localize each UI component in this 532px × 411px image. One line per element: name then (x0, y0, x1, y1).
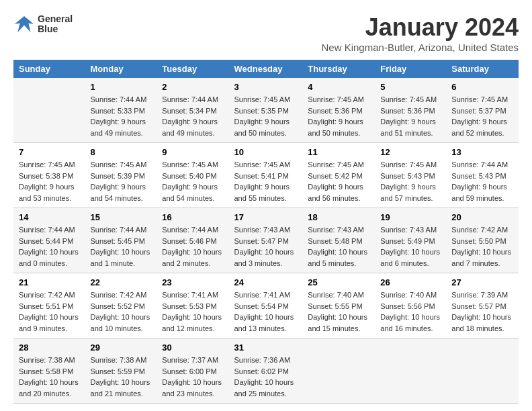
calendar-subtitle: New Kingman-Butler, Arizona, United Stat… (322, 42, 519, 53)
logo-text: General Blue (38, 14, 73, 35)
day-cell: 27Sunrise: 7:39 AM Sunset: 5:57 PM Dayli… (446, 273, 519, 338)
calendar-table: SundayMondayTuesdayWednesdayThursdayFrid… (13, 60, 519, 404)
day-number: 19 (380, 212, 441, 222)
day-info: Sunrise: 7:45 AM Sunset: 5:40 PM Dayligh… (162, 159, 223, 203)
day-number: 14 (19, 212, 80, 222)
day-cell: 11Sunrise: 7:45 AM Sunset: 5:42 PM Dayli… (302, 143, 375, 208)
day-cell (375, 338, 446, 404)
day-cell: 30Sunrise: 7:37 AM Sunset: 6:00 PM Dayli… (157, 338, 228, 404)
col-header-friday: Friday (375, 60, 446, 78)
day-info: Sunrise: 7:40 AM Sunset: 5:56 PM Dayligh… (380, 289, 441, 334)
day-info: Sunrise: 7:36 AM Sunset: 6:02 PM Dayligh… (234, 355, 298, 399)
day-info: Sunrise: 7:42 AM Sunset: 5:51 PM Dayligh… (19, 289, 80, 334)
day-number: 4 (308, 82, 369, 92)
day-cell: 7Sunrise: 7:45 AM Sunset: 5:38 PM Daylig… (13, 143, 85, 208)
col-header-wednesday: Wednesday (229, 60, 303, 78)
day-info: Sunrise: 7:44 AM Sunset: 5:43 PM Dayligh… (451, 159, 513, 203)
day-number: 21 (19, 277, 80, 287)
day-number: 9 (162, 147, 223, 157)
day-number: 31 (234, 342, 298, 353)
day-number: 7 (19, 147, 80, 157)
day-cell: 16Sunrise: 7:44 AM Sunset: 5:46 PM Dayli… (157, 208, 228, 273)
day-number: 22 (91, 277, 152, 287)
day-cell: 10Sunrise: 7:45 AM Sunset: 5:41 PM Dayli… (229, 143, 303, 208)
day-cell: 8Sunrise: 7:45 AM Sunset: 5:39 PM Daylig… (85, 143, 157, 208)
logo-line2: Blue (38, 24, 73, 34)
day-info: Sunrise: 7:40 AM Sunset: 5:55 PM Dayligh… (308, 289, 369, 334)
day-number: 24 (234, 277, 298, 287)
day-info: Sunrise: 7:42 AM Sunset: 5:50 PM Dayligh… (451, 224, 513, 269)
day-info: Sunrise: 7:43 AM Sunset: 5:47 PM Dayligh… (234, 224, 298, 269)
day-info: Sunrise: 7:45 AM Sunset: 5:41 PM Dayligh… (234, 159, 298, 203)
day-cell: 25Sunrise: 7:40 AM Sunset: 5:55 PM Dayli… (302, 273, 375, 338)
day-number: 2 (162, 82, 223, 92)
day-info: Sunrise: 7:45 AM Sunset: 5:36 PM Dayligh… (380, 94, 441, 138)
week-row-4: 21Sunrise: 7:42 AM Sunset: 5:51 PM Dayli… (13, 273, 519, 338)
week-row-3: 14Sunrise: 7:44 AM Sunset: 5:44 PM Dayli… (13, 208, 519, 273)
day-cell: 29Sunrise: 7:38 AM Sunset: 5:59 PM Dayli… (85, 338, 157, 404)
col-header-tuesday: Tuesday (157, 60, 228, 78)
day-number: 5 (380, 82, 441, 92)
day-cell: 4Sunrise: 7:45 AM Sunset: 5:36 PM Daylig… (302, 78, 375, 143)
day-cell: 19Sunrise: 7:43 AM Sunset: 5:49 PM Dayli… (375, 208, 446, 273)
day-cell: 14Sunrise: 7:44 AM Sunset: 5:44 PM Dayli… (13, 208, 85, 273)
day-info: Sunrise: 7:45 AM Sunset: 5:35 PM Dayligh… (234, 94, 298, 138)
day-info: Sunrise: 7:42 AM Sunset: 5:52 PM Dayligh… (91, 289, 152, 334)
day-cell: 13Sunrise: 7:44 AM Sunset: 5:43 PM Dayli… (446, 143, 519, 208)
day-cell: 24Sunrise: 7:41 AM Sunset: 5:54 PM Dayli… (229, 273, 303, 338)
day-number: 15 (91, 212, 152, 222)
day-info: Sunrise: 7:44 AM Sunset: 5:33 PM Dayligh… (91, 94, 152, 138)
day-cell: 22Sunrise: 7:42 AM Sunset: 5:52 PM Dayli… (85, 273, 157, 338)
day-info: Sunrise: 7:39 AM Sunset: 5:57 PM Dayligh… (451, 289, 513, 334)
day-info: Sunrise: 7:44 AM Sunset: 5:34 PM Dayligh… (162, 94, 223, 138)
day-cell: 5Sunrise: 7:45 AM Sunset: 5:36 PM Daylig… (375, 78, 446, 143)
week-row-1: 1Sunrise: 7:44 AM Sunset: 5:33 PM Daylig… (13, 78, 519, 143)
day-cell: 6Sunrise: 7:45 AM Sunset: 5:37 PM Daylig… (446, 78, 519, 143)
day-cell: 17Sunrise: 7:43 AM Sunset: 5:47 PM Dayli… (229, 208, 303, 273)
day-number: 11 (308, 147, 369, 157)
day-info: Sunrise: 7:38 AM Sunset: 5:59 PM Dayligh… (91, 355, 152, 399)
day-number: 20 (451, 212, 513, 222)
day-cell: 26Sunrise: 7:40 AM Sunset: 5:56 PM Dayli… (375, 273, 446, 338)
page-header: General Blue January 2024 New Kingman-Bu… (13, 13, 519, 53)
day-number: 10 (234, 147, 298, 157)
day-cell: 31Sunrise: 7:36 AM Sunset: 6:02 PM Dayli… (229, 338, 303, 404)
day-number: 18 (308, 212, 369, 222)
header-row: SundayMondayTuesdayWednesdayThursdayFrid… (13, 60, 519, 78)
day-number: 27 (451, 277, 513, 287)
week-row-5: 28Sunrise: 7:38 AM Sunset: 5:58 PM Dayli… (13, 338, 519, 404)
day-cell: 12Sunrise: 7:45 AM Sunset: 5:43 PM Dayli… (375, 143, 446, 208)
day-info: Sunrise: 7:41 AM Sunset: 5:53 PM Dayligh… (162, 289, 223, 334)
day-number: 17 (234, 212, 298, 222)
day-cell: 21Sunrise: 7:42 AM Sunset: 5:51 PM Dayli… (13, 273, 85, 338)
day-info: Sunrise: 7:45 AM Sunset: 5:43 PM Dayligh… (380, 159, 441, 203)
day-info: Sunrise: 7:44 AM Sunset: 5:44 PM Dayligh… (19, 224, 80, 269)
day-info: Sunrise: 7:38 AM Sunset: 5:58 PM Dayligh… (19, 355, 80, 399)
svg-marker-0 (15, 16, 34, 32)
logo-icon (13, 13, 35, 35)
col-header-sunday: Sunday (13, 60, 85, 78)
day-info: Sunrise: 7:45 AM Sunset: 5:36 PM Dayligh… (308, 94, 369, 138)
day-number: 16 (162, 212, 223, 222)
day-number: 6 (451, 82, 513, 92)
day-cell: 18Sunrise: 7:43 AM Sunset: 5:48 PM Dayli… (302, 208, 375, 273)
day-info: Sunrise: 7:45 AM Sunset: 5:39 PM Dayligh… (91, 159, 152, 203)
day-cell: 9Sunrise: 7:45 AM Sunset: 5:40 PM Daylig… (157, 143, 228, 208)
calendar-title: January 2024 (322, 13, 519, 42)
day-cell: 28Sunrise: 7:38 AM Sunset: 5:58 PM Dayli… (13, 338, 85, 404)
day-number: 1 (91, 82, 152, 92)
day-cell: 20Sunrise: 7:42 AM Sunset: 5:50 PM Dayli… (446, 208, 519, 273)
day-cell (302, 338, 375, 404)
day-info: Sunrise: 7:43 AM Sunset: 5:49 PM Dayligh… (380, 224, 441, 269)
day-info: Sunrise: 7:43 AM Sunset: 5:48 PM Dayligh… (308, 224, 369, 269)
day-cell: 3Sunrise: 7:45 AM Sunset: 5:35 PM Daylig… (229, 78, 303, 143)
day-cell (13, 78, 85, 143)
day-info: Sunrise: 7:37 AM Sunset: 6:00 PM Dayligh… (162, 355, 223, 399)
day-number: 29 (91, 342, 152, 353)
day-info: Sunrise: 7:41 AM Sunset: 5:54 PM Dayligh… (234, 289, 298, 334)
day-info: Sunrise: 7:45 AM Sunset: 5:37 PM Dayligh… (451, 94, 513, 138)
day-cell: 1Sunrise: 7:44 AM Sunset: 5:33 PM Daylig… (85, 78, 157, 143)
day-number: 25 (308, 277, 369, 287)
day-cell: 23Sunrise: 7:41 AM Sunset: 5:53 PM Dayli… (157, 273, 228, 338)
day-info: Sunrise: 7:45 AM Sunset: 5:38 PM Dayligh… (19, 159, 80, 203)
